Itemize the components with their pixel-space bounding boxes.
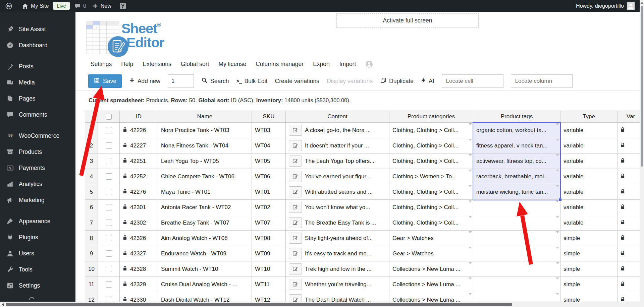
cell-name[interactable]: Leah Yoga Top - WT05 bbox=[158, 154, 252, 169]
cell-tags[interactable]: racerback, breathable, moi... bbox=[473, 169, 560, 184]
row-checkbox[interactable] bbox=[106, 220, 112, 226]
cell-content[interactable]: The Breathe Easy Tank is ... bbox=[286, 215, 389, 231]
locate-column-input[interactable] bbox=[511, 74, 573, 88]
cell-sku[interactable]: WT02 bbox=[252, 200, 286, 215]
ai-button[interactable]: AI bbox=[421, 77, 434, 85]
row-checkbox[interactable] bbox=[106, 204, 112, 210]
sidebar-item-analytics[interactable]: Analytics bbox=[0, 176, 75, 192]
column-header-sku[interactable]: SKU bbox=[252, 111, 286, 123]
new-menu[interactable]: New bbox=[89, 0, 114, 12]
dropdown-arrow-icon[interactable] bbox=[556, 185, 559, 187]
cell-sku[interactable]: WT01 bbox=[252, 184, 286, 200]
edit-content-button[interactable] bbox=[289, 248, 302, 259]
edit-content-button[interactable] bbox=[289, 217, 302, 228]
cell-type[interactable]: variable bbox=[560, 184, 618, 200]
cell-id[interactable]: 42326 bbox=[120, 231, 158, 246]
vertical-scrollbar-thumb[interactable] bbox=[641, 6, 643, 167]
display-variations-button[interactable]: Display variations bbox=[327, 78, 373, 85]
create-variations-button[interactable]: Create variations bbox=[275, 78, 319, 85]
cell-sku[interactable]: WT09 bbox=[252, 246, 286, 261]
cell-name[interactable]: Endurance Watch - WT09 bbox=[158, 246, 252, 261]
sidebar-item-media[interactable]: Media bbox=[0, 74, 75, 90]
cell-categories[interactable]: Clothing, Clothing > Coll... bbox=[389, 123, 473, 138]
dropdown-arrow-icon[interactable] bbox=[556, 139, 559, 141]
cell-categories[interactable]: Clothing, Clothing > Coll... bbox=[389, 200, 473, 215]
column-header-name[interactable]: Name bbox=[158, 111, 252, 123]
cell-content[interactable]: It doesn't matter if your ... bbox=[286, 138, 389, 154]
cell-name[interactable]: Nona Fitness Tank - WT04 bbox=[158, 138, 252, 154]
dropdown-arrow-icon[interactable] bbox=[556, 216, 559, 218]
dropdown-arrow-icon[interactable] bbox=[469, 293, 472, 295]
column-header-product-tags[interactable]: Product tags bbox=[473, 111, 560, 123]
corner-header[interactable] bbox=[85, 111, 98, 123]
sidebar-item-plugins[interactable]: Plugins bbox=[0, 229, 75, 245]
dropdown-arrow-icon[interactable] bbox=[469, 231, 472, 233]
cell-tags[interactable] bbox=[473, 231, 560, 246]
dropdown-arrow-icon[interactable] bbox=[556, 154, 559, 156]
dropdown-arrow-icon[interactable] bbox=[469, 185, 472, 187]
edit-content-button[interactable] bbox=[289, 263, 302, 274]
cell-categories[interactable]: Collections > New Luma ... bbox=[389, 277, 473, 292]
cell-id[interactable]: 42276 bbox=[120, 184, 158, 200]
cell-id[interactable]: 42251 bbox=[120, 154, 158, 169]
cell-tags[interactable]: fitness apparel, v-neck tan... bbox=[473, 138, 560, 154]
column-header-id[interactable]: ID bbox=[120, 111, 158, 123]
cell-tags[interactable] bbox=[473, 246, 560, 261]
cell-content[interactable]: You won't know what yo... bbox=[286, 200, 389, 215]
edit-content-button[interactable] bbox=[289, 202, 302, 213]
plugin-menu-item-extensions[interactable]: Extensions bbox=[143, 61, 171, 68]
dropdown-arrow-icon[interactable] bbox=[469, 247, 472, 249]
row-number[interactable]: 8 bbox=[85, 231, 98, 246]
plugin-menu-item-settings[interactable]: Settings bbox=[91, 61, 112, 68]
sidebar-item-comments[interactable]: Comments bbox=[0, 107, 75, 123]
sidebar-item-posts[interactable]: Posts bbox=[0, 58, 75, 74]
select-all-checkbox[interactable] bbox=[106, 114, 112, 120]
cell-categories[interactable]: Collections > New Luma ... bbox=[389, 261, 473, 277]
plugin-menu-item-global-sort[interactable]: Global sort bbox=[181, 61, 209, 68]
cell-sku[interactable]: WT03 bbox=[252, 123, 286, 138]
cell-content[interactable]: With abutted seams and ... bbox=[286, 184, 389, 200]
account-avatar-icon[interactable] bbox=[365, 60, 373, 68]
dropdown-arrow-icon[interactable] bbox=[556, 123, 559, 125]
cell-content[interactable]: A closet go-to, the Nora ... bbox=[286, 123, 389, 138]
cell-tags[interactable]: activewear, fitness top, co... bbox=[473, 154, 560, 169]
dropdown-arrow-icon[interactable] bbox=[556, 278, 559, 280]
row-number[interactable]: 7 bbox=[85, 215, 98, 231]
cell-id[interactable]: 42328 bbox=[120, 261, 158, 277]
cell-sku[interactable]: WT07 bbox=[252, 215, 286, 231]
cell-name[interactable]: Cruise Dual Analog Watch - ... bbox=[158, 277, 252, 292]
dropdown-arrow-icon[interactable] bbox=[469, 154, 472, 156]
scroll-left-arrow-icon[interactable] bbox=[2, 303, 4, 306]
select-all-header[interactable] bbox=[98, 111, 120, 123]
account-menu[interactable]: Howdy, diegoportillo bbox=[576, 2, 644, 10]
horizontal-scrollbar[interactable] bbox=[0, 302, 644, 307]
dropdown-arrow-icon[interactable] bbox=[469, 139, 472, 141]
dropdown-arrow-icon[interactable] bbox=[556, 247, 559, 249]
edit-content-button[interactable] bbox=[289, 186, 302, 197]
cell-id[interactable]: 42227 bbox=[120, 138, 158, 154]
cell-name[interactable]: Chloe Compete Tank - WT06 bbox=[158, 169, 252, 184]
cell-content[interactable]: You've earned your figur... bbox=[286, 169, 389, 184]
cell-name[interactable]: Antonia Racer Tank - WT02 bbox=[158, 200, 252, 215]
row-checkbox[interactable] bbox=[106, 158, 112, 164]
row-number[interactable]: 3 bbox=[85, 154, 98, 169]
cell-sku[interactable]: WT04 bbox=[252, 138, 286, 154]
scroll-up-arrow-icon[interactable] bbox=[641, 2, 643, 4]
cell-name[interactable]: Nora Practice Tank - WT03 bbox=[158, 123, 252, 138]
dropdown-arrow-icon[interactable] bbox=[469, 262, 472, 264]
duplicate-button[interactable]: Duplicate bbox=[380, 77, 414, 85]
add-new-count-input[interactable] bbox=[168, 74, 194, 88]
row-checkbox[interactable] bbox=[106, 173, 112, 180]
yoast-seo-icon[interactable] bbox=[116, 0, 130, 12]
cell-type[interactable]: variable bbox=[560, 123, 618, 138]
cell-type[interactable]: variable bbox=[560, 200, 618, 215]
row-number[interactable]: 2 bbox=[85, 138, 98, 154]
dropdown-arrow-icon[interactable] bbox=[556, 170, 559, 172]
cell-sku[interactable]: WT06 bbox=[252, 169, 286, 184]
sidebar-item-settings[interactable]: Settings bbox=[0, 278, 75, 294]
cell-categories[interactable]: Clothing, Clothing > Coll... bbox=[389, 154, 473, 169]
edit-content-button[interactable] bbox=[289, 156, 302, 167]
row-number[interactable]: 4 bbox=[85, 169, 98, 184]
live-badge[interactable]: Live bbox=[53, 2, 70, 10]
cell-id[interactable]: 42329 bbox=[120, 277, 158, 292]
